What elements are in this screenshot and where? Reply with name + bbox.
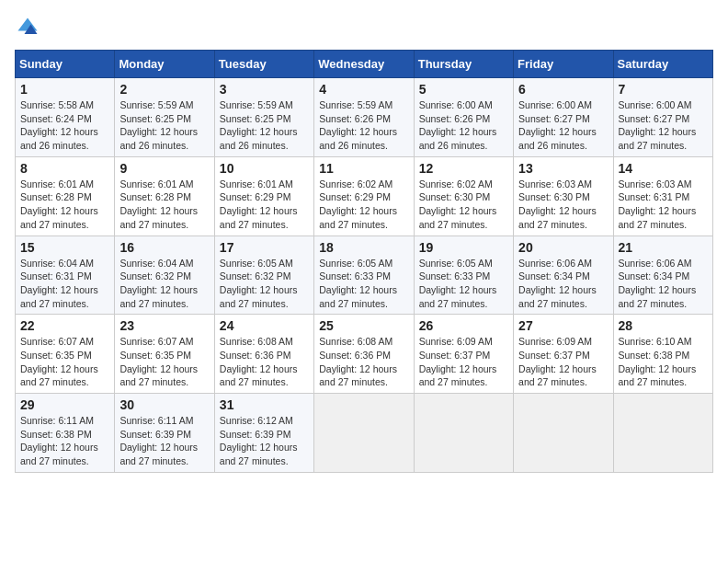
day-number: 12: [419, 161, 509, 176]
calendar-cell: 31Sunrise: 6:12 AM Sunset: 6:39 PM Dayli…: [214, 394, 313, 473]
day-number: 5: [419, 82, 509, 97]
calendar-cell: 4Sunrise: 5:59 AM Sunset: 6:26 PM Daylig…: [314, 78, 414, 157]
calendar-cell: 16Sunrise: 6:04 AM Sunset: 6:32 PM Dayli…: [115, 236, 214, 315]
day-number: 14: [619, 161, 709, 176]
day-info: Sunrise: 6:08 AM Sunset: 6:36 PM Dayligh…: [220, 335, 310, 389]
calendar-cell: 11Sunrise: 6:02 AM Sunset: 6:29 PM Dayli…: [314, 156, 414, 236]
calendar-cell: 8Sunrise: 6:01 AM Sunset: 6:28 PM Daylig…: [16, 156, 115, 236]
day-number: 9: [119, 161, 210, 176]
day-header-tuesday: Tuesday: [214, 51, 313, 78]
day-number: 31: [220, 397, 310, 412]
calendar-cell: 9Sunrise: 6:01 AM Sunset: 6:28 PM Daylig…: [115, 156, 214, 236]
day-info: Sunrise: 6:04 AM Sunset: 6:32 PM Dayligh…: [119, 257, 210, 311]
calendar-cell: 18Sunrise: 6:05 AM Sunset: 6:33 PM Dayli…: [314, 236, 414, 315]
day-number: 4: [319, 82, 409, 97]
calendar-cell: 3Sunrise: 5:59 AM Sunset: 6:25 PM Daylig…: [214, 78, 313, 157]
day-number: 21: [619, 240, 709, 255]
day-number: 19: [419, 240, 509, 255]
calendar-cell: 17Sunrise: 6:05 AM Sunset: 6:32 PM Dayli…: [214, 236, 313, 315]
day-number: 15: [20, 240, 110, 255]
day-number: 26: [419, 318, 509, 333]
calendar-cell: 15Sunrise: 6:04 AM Sunset: 6:31 PM Dayli…: [16, 236, 115, 315]
day-number: 7: [619, 82, 709, 97]
calendar-cell: 13Sunrise: 6:03 AM Sunset: 6:30 PM Dayli…: [514, 156, 613, 236]
day-info: Sunrise: 6:05 AM Sunset: 6:32 PM Dayligh…: [220, 257, 310, 311]
day-number: 22: [20, 318, 110, 333]
calendar-cell: 20Sunrise: 6:06 AM Sunset: 6:34 PM Dayli…: [514, 236, 613, 315]
day-info: Sunrise: 6:01 AM Sunset: 6:28 PM Dayligh…: [119, 178, 210, 232]
day-info: Sunrise: 6:02 AM Sunset: 6:30 PM Dayligh…: [419, 178, 509, 232]
calendar-cell: 1Sunrise: 5:58 AM Sunset: 6:24 PM Daylig…: [16, 78, 115, 157]
day-info: Sunrise: 6:08 AM Sunset: 6:36 PM Dayligh…: [319, 335, 409, 389]
day-number: 28: [619, 318, 709, 333]
day-number: 20: [518, 240, 609, 255]
day-info: Sunrise: 6:07 AM Sunset: 6:35 PM Dayligh…: [20, 335, 110, 389]
day-info: Sunrise: 6:09 AM Sunset: 6:37 PM Dayligh…: [518, 335, 609, 389]
day-info: Sunrise: 6:06 AM Sunset: 6:34 PM Dayligh…: [619, 257, 709, 311]
day-info: Sunrise: 6:05 AM Sunset: 6:33 PM Dayligh…: [319, 257, 409, 311]
calendar-cell: 14Sunrise: 6:03 AM Sunset: 6:31 PM Dayli…: [613, 156, 712, 236]
day-number: 16: [119, 240, 210, 255]
calendar-cell: 12Sunrise: 6:02 AM Sunset: 6:30 PM Dayli…: [414, 156, 513, 236]
day-number: 2: [119, 82, 210, 97]
day-header-sunday: Sunday: [16, 51, 115, 78]
day-info: Sunrise: 6:11 AM Sunset: 6:38 PM Dayligh…: [20, 414, 110, 468]
calendar-table: SundayMondayTuesdayWednesdayThursdayFrid…: [15, 50, 713, 473]
day-info: Sunrise: 6:06 AM Sunset: 6:34 PM Dayligh…: [518, 257, 609, 311]
day-number: 11: [319, 161, 409, 176]
calendar-cell: 24Sunrise: 6:08 AM Sunset: 6:36 PM Dayli…: [214, 315, 313, 394]
day-number: 29: [20, 397, 110, 412]
calendar-cell: 28Sunrise: 6:10 AM Sunset: 6:38 PM Dayli…: [613, 315, 712, 394]
calendar-cell: 7Sunrise: 6:00 AM Sunset: 6:27 PM Daylig…: [613, 78, 712, 157]
day-header-monday: Monday: [115, 51, 214, 78]
calendar-cell: 30Sunrise: 6:11 AM Sunset: 6:39 PM Dayli…: [115, 394, 214, 473]
calendar-cell: 22Sunrise: 6:07 AM Sunset: 6:35 PM Dayli…: [16, 315, 115, 394]
day-info: Sunrise: 6:12 AM Sunset: 6:39 PM Dayligh…: [220, 414, 310, 468]
day-number: 13: [518, 161, 609, 176]
day-info: Sunrise: 6:03 AM Sunset: 6:31 PM Dayligh…: [619, 178, 709, 232]
day-number: 10: [220, 161, 310, 176]
logo-icon: [15, 15, 40, 40]
calendar-cell: 19Sunrise: 6:05 AM Sunset: 6:33 PM Dayli…: [414, 236, 513, 315]
day-info: Sunrise: 6:10 AM Sunset: 6:38 PM Dayligh…: [619, 335, 709, 389]
svg-marker-0: [18, 18, 38, 31]
day-info: Sunrise: 6:01 AM Sunset: 6:28 PM Dayligh…: [20, 178, 110, 232]
day-number: 24: [220, 318, 310, 333]
header: [15, 15, 713, 40]
day-number: 8: [20, 161, 110, 176]
day-number: 25: [319, 318, 409, 333]
day-info: Sunrise: 6:09 AM Sunset: 6:37 PM Dayligh…: [419, 335, 509, 389]
calendar-cell: 23Sunrise: 6:07 AM Sunset: 6:35 PM Dayli…: [115, 315, 214, 394]
calendar-cell: [613, 394, 712, 473]
calendar-cell: 27Sunrise: 6:09 AM Sunset: 6:37 PM Dayli…: [514, 315, 613, 394]
calendar-cell: 2Sunrise: 5:59 AM Sunset: 6:25 PM Daylig…: [115, 78, 214, 157]
calendar-cell: 25Sunrise: 6:08 AM Sunset: 6:36 PM Dayli…: [314, 315, 414, 394]
day-header-friday: Friday: [514, 51, 613, 78]
day-number: 18: [319, 240, 409, 255]
day-info: Sunrise: 6:07 AM Sunset: 6:35 PM Dayligh…: [119, 335, 210, 389]
day-info: Sunrise: 6:11 AM Sunset: 6:39 PM Dayligh…: [119, 414, 210, 468]
day-info: Sunrise: 6:01 AM Sunset: 6:29 PM Dayligh…: [220, 178, 310, 232]
day-header-saturday: Saturday: [613, 51, 712, 78]
day-header-thursday: Thursday: [414, 51, 513, 78]
day-info: Sunrise: 6:00 AM Sunset: 6:27 PM Dayligh…: [518, 98, 609, 153]
day-info: Sunrise: 6:03 AM Sunset: 6:30 PM Dayligh…: [518, 178, 609, 232]
day-header-wednesday: Wednesday: [314, 51, 414, 78]
day-number: 6: [518, 82, 609, 97]
calendar-cell: [314, 394, 414, 473]
day-info: Sunrise: 5:59 AM Sunset: 6:25 PM Dayligh…: [119, 98, 210, 153]
day-info: Sunrise: 5:58 AM Sunset: 6:24 PM Dayligh…: [20, 98, 110, 153]
calendar-week-row: 8Sunrise: 6:01 AM Sunset: 6:28 PM Daylig…: [16, 156, 713, 236]
calendar-cell: 5Sunrise: 6:00 AM Sunset: 6:26 PM Daylig…: [414, 78, 513, 157]
logo: [15, 15, 44, 40]
day-info: Sunrise: 6:02 AM Sunset: 6:29 PM Dayligh…: [319, 178, 409, 232]
day-info: Sunrise: 6:00 AM Sunset: 6:27 PM Dayligh…: [619, 98, 709, 153]
calendar-cell: [514, 394, 613, 473]
calendar-header-row: SundayMondayTuesdayWednesdayThursdayFrid…: [16, 51, 713, 78]
calendar-cell: [414, 394, 513, 473]
day-info: Sunrise: 6:00 AM Sunset: 6:26 PM Dayligh…: [419, 98, 509, 153]
calendar-cell: 6Sunrise: 6:00 AM Sunset: 6:27 PM Daylig…: [514, 78, 613, 157]
day-info: Sunrise: 5:59 AM Sunset: 6:25 PM Dayligh…: [220, 98, 310, 153]
calendar-cell: 29Sunrise: 6:11 AM Sunset: 6:38 PM Dayli…: [16, 394, 115, 473]
day-number: 27: [518, 318, 609, 333]
